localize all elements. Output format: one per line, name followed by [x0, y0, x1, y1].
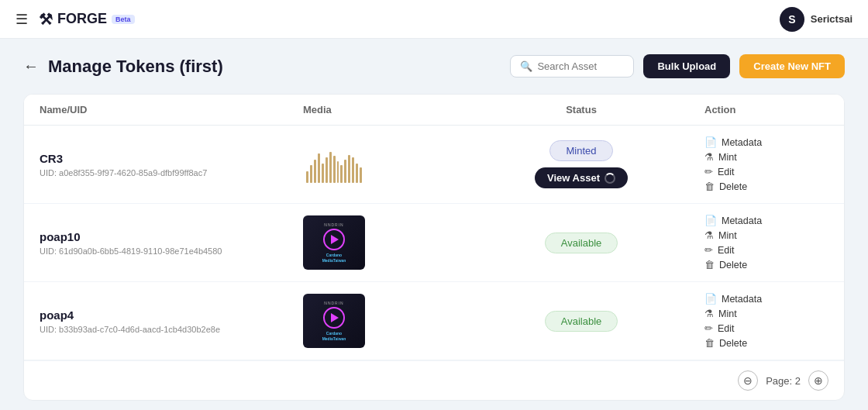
search-box[interactable]: 🔍	[510, 55, 634, 78]
asset-info-poap10: poap10 UID: 61d90a0b-6bb5-4819-9110-98e7…	[40, 230, 303, 256]
delete-icon: 🗑	[704, 181, 715, 192]
asset-uid: UID: 61d90a0b-6bb5-4819-9110-98e71e4b458…	[40, 246, 303, 256]
pagination-next-button[interactable]: ⊕	[808, 370, 828, 391]
chart-bar	[326, 157, 328, 183]
action-metadata[interactable]: 📄 Metadata	[704, 136, 828, 148]
play-icon	[323, 229, 345, 250]
asset-name: CR3	[40, 152, 303, 165]
chart-bar	[322, 164, 324, 183]
delete-icon: 🗑	[704, 337, 715, 349]
delete-icon: 🗑	[704, 259, 715, 270]
asset-name: poap10	[40, 230, 303, 243]
navbar: ☰ ⚒ FORGE Beta S Serictsai	[0, 0, 868, 39]
action-mint[interactable]: ⚗ Mint	[704, 308, 828, 319]
hamburger-icon[interactable]: ☰	[16, 11, 28, 28]
asset-name: poap4	[40, 308, 303, 322]
chart-bar	[329, 152, 332, 183]
action-label: Edit	[718, 245, 735, 256]
chart-bar	[337, 161, 339, 183]
media-cell-poap10: NNDRIN CardanoMediaTaiwan	[303, 215, 458, 270]
action-mint[interactable]: ⚗ Mint	[704, 229, 828, 241]
action-label: Edit	[718, 167, 735, 177]
status-badge: Available	[545, 233, 618, 253]
cardano-media: NNDRIN CardanoMediaTaiwan	[303, 294, 365, 348]
mint-icon: ⚗	[704, 308, 714, 319]
asset-uid: UID: b33b93ad-c7c0-4d6d-aacd-1cb4d30b2e8…	[40, 325, 303, 334]
search-input[interactable]	[537, 60, 624, 72]
action-label: Edit	[718, 323, 735, 334]
chart-bar	[318, 153, 320, 183]
action-delete[interactable]: 🗑 Delete	[704, 337, 828, 349]
logo-icon: ⚒	[39, 10, 53, 29]
action-mint[interactable]: ⚗ Mint	[704, 151, 828, 163]
beta-badge: Beta	[112, 15, 135, 24]
tokens-table: Name/UID Media Status Action CR3 UID: a0…	[23, 94, 845, 401]
asset-uid: UID: a0e8f355-9f97-4620-85a9-dfbf99ff8ac…	[40, 168, 303, 177]
avatar: S	[780, 7, 804, 32]
action-metadata[interactable]: 📄 Metadata	[704, 293, 828, 305]
table-row: CR3 UID: a0e8f355-9f97-4620-85a9-dfbf99f…	[24, 126, 844, 204]
action-edit[interactable]: ✏ Edit	[704, 244, 828, 256]
media-cell-cr3	[303, 143, 458, 186]
loading-spinner	[604, 173, 615, 184]
pagination: ⊖ Page: 2 ⊕	[24, 360, 844, 400]
play-triangle	[331, 313, 339, 322]
action-cell-cr3: 📄 Metadata ⚗ Mint ✏ Edit 🗑 Delete	[704, 136, 828, 192]
bulk-upload-button[interactable]: Bulk Upload	[643, 54, 730, 78]
action-label: Metadata	[722, 137, 762, 148]
action-delete[interactable]: 🗑 Delete	[704, 181, 828, 192]
status-badge: Available	[545, 311, 618, 332]
cardano-top-text: NNDRIN	[324, 222, 343, 227]
mint-icon: ⚗	[704, 151, 714, 163]
status-cell-poap10: Available	[458, 233, 704, 253]
navbar-right: S Serictsai	[780, 7, 852, 32]
chart-bar	[360, 167, 362, 183]
metadata-icon: 📄	[704, 215, 717, 226]
action-cell-poap4: 📄 Metadata ⚗ Mint ✏ Edit 🗑 Delete	[704, 293, 828, 349]
table-row: poap4 UID: b33b93ad-c7c0-4d6d-aacd-1cb4d…	[24, 282, 844, 360]
col-action: Action	[704, 104, 828, 115]
page-title: Manage Tokens (first)	[48, 57, 223, 77]
back-button[interactable]: ←	[23, 57, 39, 75]
navbar-left: ☰ ⚒ FORGE Beta	[16, 10, 135, 29]
page-label: Page: 2	[766, 375, 801, 387]
action-label: Mint	[718, 308, 737, 319]
action-label: Metadata	[722, 294, 762, 305]
chart-bar	[356, 164, 358, 183]
play-icon	[323, 307, 345, 329]
action-edit[interactable]: ✏ Edit	[704, 322, 828, 334]
action-label: Delete	[719, 260, 747, 270]
chart-bar	[344, 160, 346, 183]
chart-media	[303, 143, 365, 186]
view-asset-button[interactable]: View Asset	[535, 167, 628, 188]
pagination-prev-button[interactable]: ⊖	[738, 370, 758, 391]
page-header-left: ← Manage Tokens (first)	[23, 57, 223, 77]
chart-bar	[306, 171, 308, 183]
chart-bar	[333, 156, 336, 183]
play-triangle	[331, 235, 339, 244]
action-label: Delete	[719, 181, 747, 192]
cardano-bottom-text: CardanoMediaTaiwan	[322, 253, 346, 263]
create-nft-button[interactable]: Create New NFT	[739, 54, 845, 78]
action-label: Delete	[719, 338, 747, 349]
chart-bar	[310, 165, 312, 183]
action-cell-poap10: 📄 Metadata ⚗ Mint ✏ Edit 🗑 Delete	[704, 215, 828, 270]
user-avatar[interactable]: S Serictsai	[780, 7, 852, 32]
action-edit[interactable]: ✏ Edit	[704, 166, 828, 177]
asset-info-poap4: poap4 UID: b33b93ad-c7c0-4d6d-aacd-1cb4d…	[40, 308, 303, 334]
asset-info-cr3: CR3 UID: a0e8f355-9f97-4620-85a9-dfbf99f…	[40, 152, 303, 177]
cardano-top-text: NNDRIN	[324, 301, 343, 305]
action-metadata[interactable]: 📄 Metadata	[704, 215, 828, 226]
col-name: Name/UID	[40, 104, 303, 115]
action-delete[interactable]: 🗑 Delete	[704, 259, 828, 270]
table-row: poap10 UID: 61d90a0b-6bb5-4819-9110-98e7…	[24, 204, 844, 282]
view-asset-label: View Asset	[547, 172, 600, 184]
page-header: ← Manage Tokens (first) 🔍 Bulk Upload Cr…	[23, 54, 845, 78]
status-badge: Minted	[549, 140, 612, 161]
logo: ⚒ FORGE Beta	[39, 10, 135, 29]
col-media: Media	[303, 104, 458, 115]
metadata-icon: 📄	[704, 136, 717, 148]
table-header: Name/UID Media Status Action	[24, 95, 844, 126]
status-cell-cr3: Minted View Asset	[458, 140, 704, 188]
action-label: Mint	[718, 230, 737, 241]
